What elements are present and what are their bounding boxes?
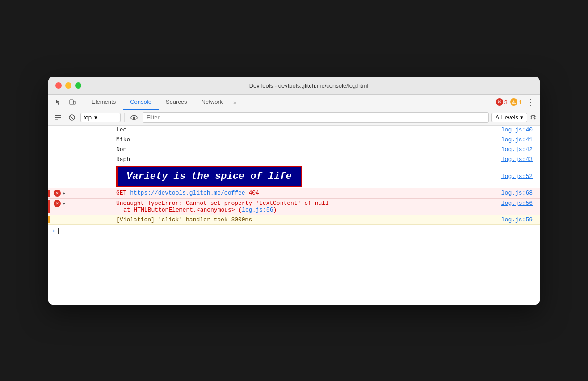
- svg-rect-2: [55, 115, 61, 116]
- warn1-text: [Violation] 'click' handler took 3000ms: [116, 216, 501, 223]
- tab-elements[interactable]: Elements: [84, 95, 123, 110]
- device-icon[interactable]: [66, 96, 79, 108]
- cursor-icon[interactable]: [52, 96, 64, 108]
- block-icon[interactable]: [66, 112, 78, 123]
- tab-console[interactable]: Console: [123, 95, 159, 110]
- log-entry-don: Don log.js:42: [48, 145, 540, 155]
- err2-inline-link[interactable]: log.js:56: [242, 207, 273, 213]
- err2-text: Uncaught TypeError: Cannot set property …: [116, 200, 501, 213]
- err2-icon-area: ✕ ▶: [50, 200, 116, 207]
- svg-rect-1: [73, 101, 75, 104]
- tab-network[interactable]: Network: [194, 95, 230, 110]
- kebab-menu[interactable]: ⋮: [525, 97, 536, 107]
- close-button[interactable]: [55, 82, 62, 89]
- warn-count: 1: [519, 99, 522, 106]
- traffic-lights: [55, 82, 81, 89]
- titlebar: DevTools - devtools.glitch.me/console/lo…: [48, 77, 540, 95]
- tab-sources[interactable]: Sources: [159, 95, 194, 110]
- svg-rect-4: [55, 119, 58, 120]
- levels-chevron-icon: ▾: [520, 114, 523, 121]
- minimize-button[interactable]: [65, 82, 71, 89]
- log-link-err2[interactable]: log.js:56: [501, 200, 536, 207]
- log-entry-leo: Leo log.js:40: [48, 126, 540, 135]
- variety-text: Variety is the spice of life: [126, 171, 292, 182]
- warn-icon: ⚠: [510, 98, 517, 106]
- err1-url[interactable]: https://devtools.glitch.me/coffee: [130, 190, 245, 196]
- log-link-err1[interactable]: log.js:68: [501, 190, 536, 196]
- log-link-variety[interactable]: log.js:52: [501, 173, 536, 180]
- row-bar: [48, 216, 50, 223]
- expand-arrow-icon[interactable]: ▶: [63, 201, 65, 206]
- log-text-don: Don: [50, 146, 501, 153]
- err1-text: GET https://devtools.glitch.me/coffee 40…: [116, 190, 501, 196]
- error-icon: ✕: [496, 98, 503, 106]
- log-entry-err2: ✕ ▶ Uncaught TypeError: Cannot set prope…: [48, 199, 540, 215]
- chevron-down-icon: ▾: [94, 114, 97, 121]
- toolbar-divider: [124, 113, 125, 122]
- log-entry-mike: Mike log.js:41: [48, 135, 540, 145]
- settings-icon[interactable]: ⚙: [530, 113, 536, 122]
- log-link-don[interactable]: log.js:42: [501, 146, 536, 153]
- filter-input[interactable]: [143, 112, 489, 123]
- eye-icon[interactable]: [128, 112, 140, 123]
- log-entry-variety: Variety is the spice of life log.js:52: [48, 165, 540, 188]
- svg-point-8: [133, 116, 135, 119]
- log-entry-err1: ✕ ▶ GET https://devtools.glitch.me/coffe…: [48, 188, 540, 199]
- warn-badge[interactable]: ⚠ 1: [510, 98, 522, 106]
- log-link-warn1[interactable]: log.js:59: [501, 216, 536, 223]
- tabbar-right: ✕ 3 ⚠ 1 ⋮: [496, 95, 540, 110]
- row-bar: [48, 166, 50, 187]
- tabs: Elements Console Sources Network »: [84, 95, 240, 110]
- svg-rect-3: [55, 117, 61, 118]
- log-link-raph[interactable]: log.js:43: [501, 156, 536, 163]
- cursor-blink: [58, 228, 59, 234]
- svg-line-6: [70, 115, 74, 119]
- log-text-mike: Mike: [50, 136, 501, 143]
- log-text-raph: Raph: [50, 156, 501, 163]
- clear-console-icon[interactable]: [52, 112, 63, 123]
- error-count: 3: [504, 99, 508, 106]
- tab-more[interactable]: »: [230, 95, 240, 110]
- console-input-row[interactable]: ›: [48, 225, 540, 237]
- variety-banner: Variety is the spice of life: [116, 166, 302, 187]
- input-chevron-icon: ›: [52, 228, 55, 234]
- tabbar-icons: [52, 95, 84, 110]
- log-link-leo[interactable]: log.js:40: [501, 127, 536, 133]
- console-toolbar: top ▾ All levels ▾ ⚙: [48, 110, 540, 126]
- maximize-button[interactable]: [75, 82, 81, 89]
- svg-rect-0: [70, 100, 73, 104]
- error-x-icon: ✕: [54, 190, 61, 197]
- error-x-icon: ✕: [54, 200, 61, 207]
- context-select[interactable]: top ▾: [80, 113, 121, 122]
- err1-icon-area: ✕ ▶: [50, 190, 116, 197]
- log-text-leo: Leo: [50, 127, 501, 133]
- console-content: Leo log.js:40 Mike log.js:41 Don log.js:…: [48, 126, 540, 305]
- window-title: DevTools - devtools.glitch.me/console/lo…: [85, 82, 533, 89]
- expand-arrow-icon[interactable]: ▶: [63, 190, 65, 196]
- log-entry-raph: Raph log.js:43: [48, 155, 540, 165]
- error-badge[interactable]: ✕ 3: [496, 98, 508, 106]
- levels-select[interactable]: All levels ▾: [491, 113, 527, 122]
- devtools-window: DevTools - devtools.glitch.me/console/lo…: [48, 77, 540, 305]
- log-entry-warn1: [Violation] 'click' handler took 3000ms …: [48, 215, 540, 225]
- tabbar: Elements Console Sources Network » ✕ 3 ⚠: [48, 95, 540, 110]
- log-link-mike[interactable]: log.js:41: [501, 136, 536, 143]
